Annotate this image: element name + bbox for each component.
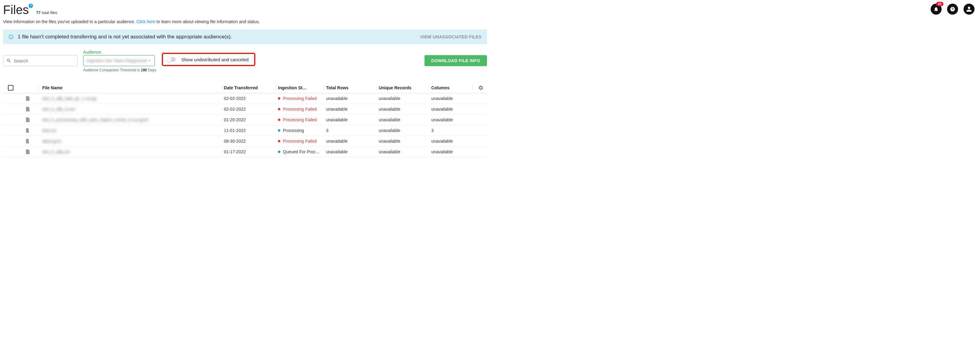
table-header: File Name Date Transferred Ingestion St…… bbox=[3, 83, 487, 93]
col-header-status[interactable]: Ingestion St… bbox=[278, 85, 322, 90]
file-icon bbox=[18, 96, 37, 101]
search-icon bbox=[6, 58, 11, 63]
col-header-filename[interactable]: File Name bbox=[41, 85, 220, 90]
info-icon bbox=[8, 35, 13, 39]
show-undistributed-toggle[interactable] bbox=[167, 57, 176, 62]
search-input-wrapper[interactable] bbox=[3, 55, 78, 66]
ingestion-status: Processing Failed bbox=[278, 118, 322, 122]
file-icon bbox=[18, 138, 37, 144]
table-row[interactable]: test_h_processing_with_auto_import_runne… bbox=[3, 114, 487, 125]
status-dot-icon bbox=[278, 140, 280, 142]
unique-records: unavailable bbox=[379, 118, 428, 122]
file-name: test_h_afly_b.csv bbox=[42, 106, 75, 111]
col-header-date[interactable]: Date Transferred bbox=[224, 85, 274, 90]
date-transferred: 02-02-2022 bbox=[224, 96, 274, 101]
date-transferred: 08-30-2022 bbox=[224, 139, 274, 143]
date-transferred: 02-02-2022 bbox=[224, 106, 274, 111]
unique-records: unavailable bbox=[379, 96, 428, 101]
file-name: test_h_processing_with_auto_import_runne… bbox=[42, 118, 148, 122]
table-row[interactable]: abcd.gzcs08-30-2022Processing Failedunav… bbox=[3, 136, 487, 146]
columns-count: unavailable bbox=[431, 118, 471, 122]
columns-count: unavailable bbox=[431, 96, 471, 101]
help-badge-icon[interactable]: ? bbox=[29, 4, 33, 8]
file-icon bbox=[18, 128, 37, 133]
file-icon bbox=[18, 149, 37, 154]
info-banner-message: 1 file hasn't completed transferring and… bbox=[18, 34, 416, 40]
table-row[interactable]: test_h_afly_bad_gz_1.csv.gz02-02-2022Pro… bbox=[3, 93, 487, 104]
table-row[interactable]: test.csv11-01-2022Processing3unavailable… bbox=[3, 125, 487, 136]
file-name: abcd.gzcs bbox=[42, 139, 62, 143]
toggle-highlight-box: Show undistributed and canceled bbox=[162, 53, 255, 66]
ingestion-status: Processing Failed bbox=[278, 139, 322, 143]
date-transferred: 11-01-2022 bbox=[224, 128, 274, 133]
total-rows: unavailable bbox=[326, 118, 375, 122]
info-banner: 1 file hasn't completed transferring and… bbox=[3, 30, 487, 44]
page-title: Files ? bbox=[3, 3, 29, 17]
file-name: test_h_afly_bad_gz_1.csv.gz bbox=[42, 96, 97, 101]
total-rows: unavailable bbox=[326, 139, 375, 143]
unique-records: unavailable bbox=[379, 106, 428, 111]
columns-count: 3 bbox=[431, 128, 471, 133]
file-icon bbox=[18, 106, 37, 112]
columns-count: unavailable bbox=[431, 149, 471, 154]
svg-rect-1 bbox=[11, 37, 11, 38]
status-dot-icon bbox=[278, 108, 280, 110]
ingestion-status: Processing bbox=[278, 128, 322, 133]
file-name: test.csv bbox=[42, 128, 57, 133]
audience-hint: Audience Compaction Threshold is 180 Day… bbox=[83, 68, 156, 72]
table-row[interactable]: test_h_afly.csv01-17-2022Queued For Proc… bbox=[3, 146, 487, 157]
status-dot-icon bbox=[278, 119, 280, 121]
toggle-label: Show undistributed and canceled bbox=[181, 57, 249, 62]
col-header-total[interactable]: Total Rows bbox=[326, 85, 375, 90]
view-unassociated-link[interactable]: VIEW UNASSOCIATED FILES bbox=[420, 35, 482, 39]
col-header-columns[interactable]: Columns bbox=[431, 85, 471, 90]
file-name: test_h_afly.csv bbox=[42, 149, 70, 154]
date-transferred: 01-17-2022 bbox=[224, 149, 274, 154]
download-file-info-button[interactable]: DOWNLOAD FILE INFO bbox=[425, 55, 487, 66]
select-all-checkbox[interactable] bbox=[8, 85, 13, 91]
unique-records: unavailable bbox=[379, 149, 428, 154]
file-icon bbox=[18, 117, 37, 122]
status-dot-icon bbox=[278, 129, 280, 132]
total-files-count: 77 total files bbox=[36, 10, 57, 15]
total-rows: unavailable bbox=[326, 106, 375, 111]
page-description: View information on the files you've upl… bbox=[3, 19, 487, 24]
total-rows: unavailable bbox=[326, 96, 375, 101]
columns-count: unavailable bbox=[431, 106, 471, 111]
table-row[interactable]: test_h_afly_b.csv02-02-2022Processing Fa… bbox=[3, 104, 487, 114]
status-dot-icon bbox=[278, 151, 280, 153]
learn-more-link[interactable]: Click here bbox=[136, 19, 155, 24]
date-transferred: 01-20-2022 bbox=[224, 118, 274, 122]
total-rows: 3 bbox=[326, 128, 375, 133]
gear-icon bbox=[478, 85, 484, 91]
status-dot-icon bbox=[278, 97, 280, 100]
ingestion-status: Processing Failed bbox=[278, 106, 322, 111]
unique-records: unavailable bbox=[379, 128, 428, 133]
svg-rect-2 bbox=[11, 36, 11, 36]
total-rows: unavailable bbox=[326, 149, 375, 154]
col-header-unique[interactable]: Unique Records bbox=[379, 85, 428, 90]
table-settings-button[interactable] bbox=[475, 85, 487, 91]
unique-records: unavailable bbox=[379, 139, 428, 143]
columns-count: unavailable bbox=[431, 139, 471, 143]
audience-selected-value: Ingestion Dev Team Playground bbox=[86, 58, 147, 63]
ingestion-status: Queued For Processing bbox=[278, 149, 322, 154]
audience-select[interactable]: Ingestion Dev Team Playground bbox=[83, 55, 155, 66]
audience-label: Audience bbox=[83, 50, 156, 54]
ingestion-status: Processing Failed bbox=[278, 96, 322, 101]
search-input[interactable] bbox=[14, 58, 74, 64]
chevron-down-icon bbox=[148, 59, 151, 62]
